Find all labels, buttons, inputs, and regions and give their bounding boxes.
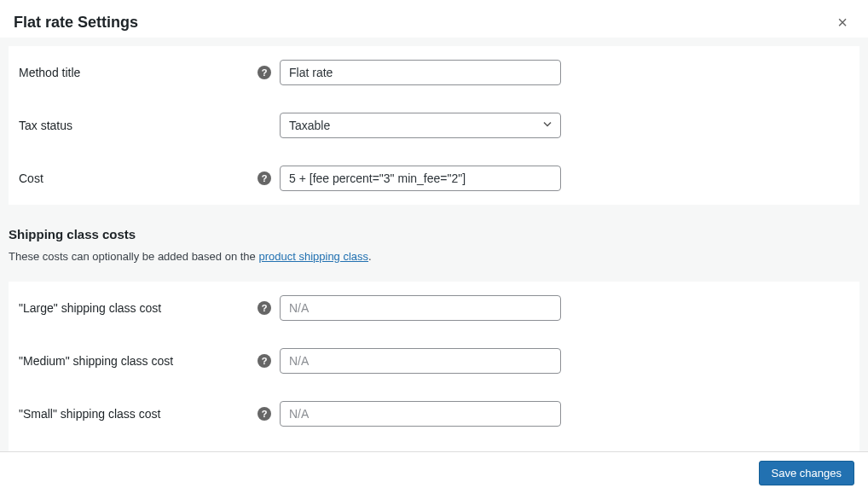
medium-class-label: "Medium" shipping class cost — [19, 354, 258, 368]
help-icon[interactable]: ? — [258, 66, 271, 79]
shipping-class-heading: Shipping class costs — [0, 213, 868, 247]
method-title-row: Method title ? — [9, 46, 859, 99]
product-shipping-class-link[interactable]: product shipping class — [258, 250, 368, 263]
large-class-row: "Large" shipping class cost ? — [9, 282, 859, 334]
tax-status-control: Taxable — [258, 113, 849, 138]
small-class-input[interactable] — [280, 401, 561, 427]
modal-footer: Save changes — [0, 451, 868, 494]
small-class-row: "Small" shipping class cost ? — [9, 387, 859, 440]
help-icon[interactable]: ? — [258, 171, 271, 185]
small-class-label: "Small" shipping class cost — [19, 407, 258, 421]
help-icon[interactable]: ? — [258, 407, 271, 421]
desc-suffix: . — [368, 250, 372, 263]
shipping-class-description: These costs can optionally be added base… — [0, 247, 868, 273]
tax-status-row: Tax status Taxable — [9, 99, 859, 152]
medium-class-input[interactable] — [280, 348, 561, 374]
tax-status-select-wrapper: Taxable — [280, 113, 561, 138]
main-settings-section: Method title ? Tax status Taxable — [9, 46, 859, 205]
cost-row: Cost ? — [9, 152, 859, 205]
save-changes-button[interactable]: Save changes — [759, 461, 854, 485]
tax-status-label: Tax status — [19, 119, 258, 132]
tax-status-select[interactable]: Taxable — [280, 113, 561, 138]
close-icon[interactable]: × — [830, 10, 854, 34]
help-icon[interactable]: ? — [258, 354, 271, 368]
content-area: Method title ? Tax status Taxable — [0, 38, 868, 451]
large-class-input[interactable] — [280, 295, 561, 321]
large-class-label: "Large" shipping class cost — [19, 301, 258, 315]
medium-class-row: "Medium" shipping class cost ? — [9, 334, 859, 387]
method-title-control: ? — [258, 60, 849, 85]
desc-prefix: These costs can optionally be added base… — [9, 250, 258, 263]
large-class-control: ? — [258, 295, 849, 321]
medium-class-control: ? — [258, 348, 849, 374]
no-class-row: No shipping class cost ? — [9, 440, 859, 451]
cost-label: Cost — [19, 171, 258, 185]
method-title-input[interactable] — [280, 60, 561, 85]
help-icon[interactable]: ? — [258, 301, 271, 315]
method-title-label: Method title — [19, 66, 258, 79]
small-class-control: ? — [258, 401, 849, 427]
cost-control: ? — [258, 166, 849, 191]
modal-title: Flat rate Settings — [14, 14, 138, 32]
shipping-class-section: "Large" shipping class cost ? "Medium" s… — [9, 282, 859, 451]
cost-input[interactable] — [280, 166, 561, 191]
